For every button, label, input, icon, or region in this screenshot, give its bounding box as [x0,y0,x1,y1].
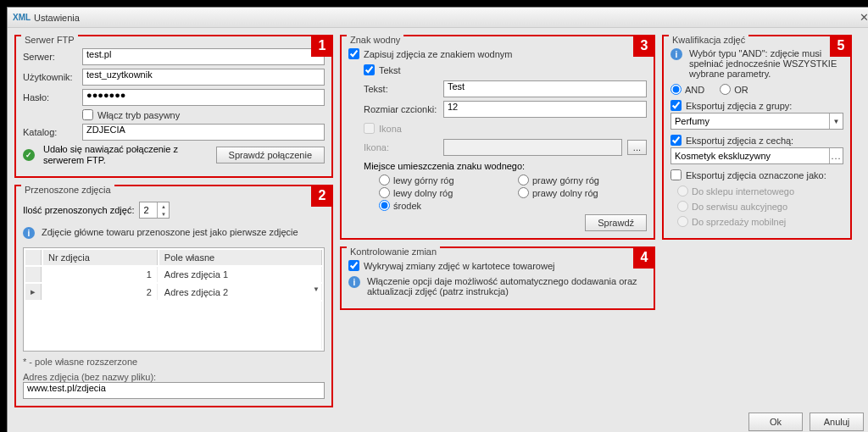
count-spinner[interactable]: 2 ▲▼ [139,202,170,219]
passive-checkbox[interactable]: Włącz tryb pasywny [82,109,180,120]
transfer-info: Zdjęcie główne towaru przenoszone jest j… [42,227,298,237]
pos-bottom-left[interactable]: lewy dolny róg [379,187,508,198]
font-label: Rozmiar czcionki: [364,104,438,114]
user-input[interactable]: test_uzytkownik [82,69,325,86]
marker-3: 3 [633,35,655,57]
or-radio[interactable]: OR [720,84,748,95]
count-label: Ilość przenoszonych zdjęć: [23,205,134,215]
url-input[interactable]: www.test.pl/zdjecia [23,382,325,399]
table-row[interactable]: ▸2Adres zdjęcia 2▼ [25,284,322,300]
qual-legend: Kwalifikacja zdjęć [669,35,748,45]
save-watermark-checkbox[interactable]: Zapisuj zdjęcia ze znakiem wodnym [348,48,647,59]
user-label: Użytkownik: [23,72,77,82]
pos-center[interactable]: środek [379,200,508,211]
ok-button[interactable]: Ok [748,413,803,431]
marker-1: 1 [311,35,333,57]
check-watermark-button[interactable]: Sprawdź [585,214,647,231]
pass-input[interactable]: ●●●●●●● [82,89,325,106]
group-select[interactable]: Perfumy▼ [670,113,843,130]
ellipsis-icon: ... [829,148,843,163]
marker-2: 2 [311,185,333,207]
pos-top-right[interactable]: prawy górny róg [518,174,647,186]
pos-top-left[interactable]: lewy górny róg [379,174,508,186]
images-table: Nr zdjęciaPole własne 1Adres zdjęcia 1 ▸… [23,247,325,352]
table-row[interactable]: 1Adres zdjęcia 1 [25,267,322,282]
app-icon: XML [13,13,31,22]
ftp-legend: Serwer FTP [21,35,78,45]
cancel-button[interactable]: Anuluj [810,413,864,431]
placement-label: Miejsce umieszczenia znaku wodnego: [364,161,647,171]
col-nr[interactable]: Nr zdjęcia [43,250,158,265]
browse-icon-button[interactable]: ... [627,140,647,155]
server-input[interactable]: test.pl [82,48,325,65]
col-field[interactable]: Pole własne [159,250,322,265]
transfer-group: Przenoszone zdjęcia 2 Ilość przenoszonyc… [14,185,333,407]
opt-shop: Do sklepu internetowego [677,186,843,197]
changes-legend: Kontrolowanie zmian [347,246,440,257]
info-icon: i [23,227,35,239]
pos-bottom-right[interactable]: prawy dolny róg [518,187,647,198]
ftp-status: Udało się nawiązać połączenie z serwerem… [43,144,211,166]
check-connection-button[interactable]: Sprawdź połączenie [216,147,325,163]
changes-group: Kontrolowanie zmian 4 Wykrywaj zmiany zd… [340,246,655,310]
text-checkbox[interactable]: Tekst [364,64,647,75]
watermark-group: Znak wodny 3 Zapisuj zdjęcia ze znakiem … [340,35,655,240]
export-group-checkbox[interactable]: Eksportuj zdjęcia z grupy: [670,100,843,111]
opt-mobile: Do sprzedaży mobilnej [677,216,843,227]
settings-window: XML Ustawienia ✕ Serwer FTP 1 Serwer: te… [7,7,868,432]
icon-input [443,139,622,156]
url-label: Adres zdjęcia (bez nazwy pliku): [23,372,325,382]
changes-info: Włączenie opcji daje możliwość automatyc… [367,276,647,296]
marker-5: 5 [830,35,852,57]
attr-select[interactable]: Kosmetyk ekskluzywny... [670,147,843,164]
export-mark-checkbox[interactable]: Eksportuj zdjęcia oznaczone jako: [670,169,843,180]
server-label: Serwer: [23,52,77,62]
titlebar: XML Ustawienia ✕ [8,8,868,28]
dir-input[interactable]: ZDJECIA [82,124,325,141]
qual-info: Wybór typu "AND": zdjęcie musi spełniać … [689,48,843,79]
marker-4: 4 [633,246,655,269]
dir-label: Katalog: [23,127,77,137]
icon-label: Ikona: [364,142,438,152]
chevron-up-icon[interactable]: ▲ [157,202,169,210]
text-label: Tekst: [364,84,438,94]
opt-auction: Do serwisu aukcyjnego [677,201,843,212]
and-radio[interactable]: AND [670,84,704,95]
text-input[interactable]: Test [443,80,647,97]
export-attr-checkbox[interactable]: Eksportuj zdjęcia z cechą: [670,135,843,146]
ext-note: * - pole własne rozszerzone [23,357,325,367]
icon-checkbox[interactable]: Ikona [364,123,647,134]
watermark-legend: Znak wodny [347,35,403,45]
info-icon: i [670,48,682,60]
close-icon[interactable]: ✕ [860,11,868,24]
window-title: Ustawienia [34,13,80,23]
transfer-legend: Przenoszone zdjęcia [21,185,114,195]
ftp-group: Serwer FTP 1 Serwer: test.pl Użytkownik:… [14,35,333,178]
success-icon: ✓ [23,149,35,161]
chevron-down-icon: ▼ [829,114,843,129]
chevron-down-icon[interactable]: ▼ [157,210,169,218]
qualification-group: Kwalifikacja zdjęć 5 i Wybór typu "AND":… [662,35,852,240]
font-input[interactable]: 12 [443,101,647,118]
detect-changes-checkbox[interactable]: Wykrywaj zmiany zdjęć w kartotece towaro… [348,260,647,271]
info-icon: i [348,276,360,288]
pass-label: Hasło: [23,92,77,102]
